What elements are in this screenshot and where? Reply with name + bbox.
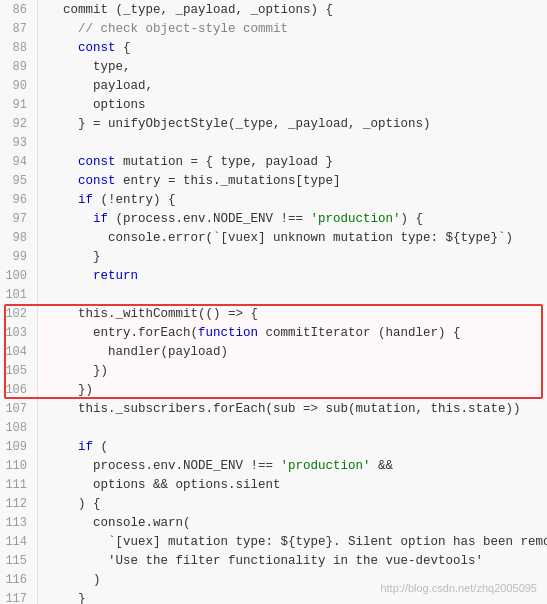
- line-number: 105: [0, 361, 38, 380]
- code-content: if (: [38, 437, 547, 456]
- line-number: 107: [0, 399, 38, 418]
- line-number: 113: [0, 513, 38, 532]
- code-row: 105 }): [0, 361, 547, 380]
- code-content: handler(payload): [38, 342, 547, 361]
- code-row: 108: [0, 418, 547, 437]
- code-row: 107 this._subscribers.forEach(sub => sub…: [0, 399, 547, 418]
- code-content: options && options.silent: [38, 475, 547, 494]
- code-content: const entry = this._mutations[type]: [38, 171, 547, 190]
- code-row: 106 }): [0, 380, 547, 399]
- code-content: // check object-style commit: [38, 19, 547, 38]
- code-content: type,: [38, 57, 547, 76]
- code-row: 102 this._withCommit(() => {: [0, 304, 547, 323]
- code-content: return: [38, 266, 547, 285]
- line-number: 102: [0, 304, 38, 323]
- code-content: 'Use the filter functionality in the vue…: [38, 551, 547, 570]
- code-content: [38, 133, 547, 134]
- code-row: 110 process.env.NODE_ENV !== 'production…: [0, 456, 547, 475]
- code-row: 89 type,: [0, 57, 547, 76]
- line-number: 89: [0, 57, 38, 76]
- line-number: 93: [0, 133, 38, 152]
- code-row: 109 if (: [0, 437, 547, 456]
- code-content: this._subscribers.forEach(sub => sub(mut…: [38, 399, 547, 418]
- line-number: 101: [0, 285, 38, 304]
- line-number: 112: [0, 494, 38, 513]
- code-row: 113 console.warn(: [0, 513, 547, 532]
- code-content: entry.forEach(function commitIterator (h…: [38, 323, 547, 342]
- line-number: 91: [0, 95, 38, 114]
- line-number: 94: [0, 152, 38, 171]
- line-number: 108: [0, 418, 38, 437]
- line-number: 95: [0, 171, 38, 190]
- code-row: 96 if (!entry) {: [0, 190, 547, 209]
- code-row: 91 options: [0, 95, 547, 114]
- line-number: 116: [0, 570, 38, 589]
- line-number: 90: [0, 76, 38, 95]
- code-content: process.env.NODE_ENV !== 'production' &&: [38, 456, 547, 475]
- code-row: 87 // check object-style commit: [0, 19, 547, 38]
- code-content: this._withCommit(() => {: [38, 304, 547, 323]
- code-content: if (!entry) {: [38, 190, 547, 209]
- line-number: 114: [0, 532, 38, 551]
- code-row: 115 'Use the filter functionality in the…: [0, 551, 547, 570]
- code-row: 97 if (process.env.NODE_ENV !== 'product…: [0, 209, 547, 228]
- line-number: 86: [0, 0, 38, 19]
- code-content: `[vuex] mutation type: ${type}. Silent o…: [38, 532, 547, 551]
- line-number: 98: [0, 228, 38, 247]
- code-content: const mutation = { type, payload }: [38, 152, 547, 171]
- line-number: 87: [0, 19, 38, 38]
- code-row: 100 return: [0, 266, 547, 285]
- code-lines: 86 commit (_type, _payload, _options) {8…: [0, 0, 547, 604]
- code-row: 103 entry.forEach(function commitIterato…: [0, 323, 547, 342]
- code-row: 114 `[vuex] mutation type: ${type}. Sile…: [0, 532, 547, 551]
- line-number: 104: [0, 342, 38, 361]
- line-number: 96: [0, 190, 38, 209]
- line-number: 117: [0, 589, 38, 604]
- code-row: 111 options && options.silent: [0, 475, 547, 494]
- code-content: } = unifyObjectStyle(_type, _payload, _o…: [38, 114, 547, 133]
- code-content: [38, 285, 547, 286]
- code-row: 95 const entry = this._mutations[type]: [0, 171, 547, 190]
- line-number: 110: [0, 456, 38, 475]
- code-row: 98 console.error(`[vuex] unknown mutatio…: [0, 228, 547, 247]
- code-content: [38, 418, 547, 419]
- code-row: 86 commit (_type, _payload, _options) {: [0, 0, 547, 19]
- code-content: options: [38, 95, 547, 114]
- code-row: 99 }: [0, 247, 547, 266]
- code-row: 88 const {: [0, 38, 547, 57]
- code-row: 93: [0, 133, 547, 152]
- code-row: 101: [0, 285, 547, 304]
- line-number: 88: [0, 38, 38, 57]
- code-content: console.error(`[vuex] unknown mutation t…: [38, 228, 547, 247]
- line-number: 100: [0, 266, 38, 285]
- code-content: ) {: [38, 494, 547, 513]
- watermark: http://blog.csdn.net/zhq2005095: [380, 582, 537, 594]
- code-row: 112 ) {: [0, 494, 547, 513]
- code-content: }: [38, 247, 547, 266]
- code-content: payload,: [38, 76, 547, 95]
- line-number: 109: [0, 437, 38, 456]
- line-number: 106: [0, 380, 38, 399]
- line-number: 99: [0, 247, 38, 266]
- code-content: console.warn(: [38, 513, 547, 532]
- code-container: 86 commit (_type, _payload, _options) {8…: [0, 0, 547, 604]
- line-number: 92: [0, 114, 38, 133]
- line-number: 111: [0, 475, 38, 494]
- code-row: 92 } = unifyObjectStyle(_type, _payload,…: [0, 114, 547, 133]
- line-number: 97: [0, 209, 38, 228]
- code-content: }): [38, 380, 547, 399]
- code-content: if (process.env.NODE_ENV !== 'production…: [38, 209, 547, 228]
- line-number: 115: [0, 551, 38, 570]
- code-content: commit (_type, _payload, _options) {: [38, 0, 547, 19]
- code-row: 104 handler(payload): [0, 342, 547, 361]
- code-row: 90 payload,: [0, 76, 547, 95]
- code-content: }): [38, 361, 547, 380]
- code-content: const {: [38, 38, 547, 57]
- code-row: 94 const mutation = { type, payload }: [0, 152, 547, 171]
- line-number: 103: [0, 323, 38, 342]
